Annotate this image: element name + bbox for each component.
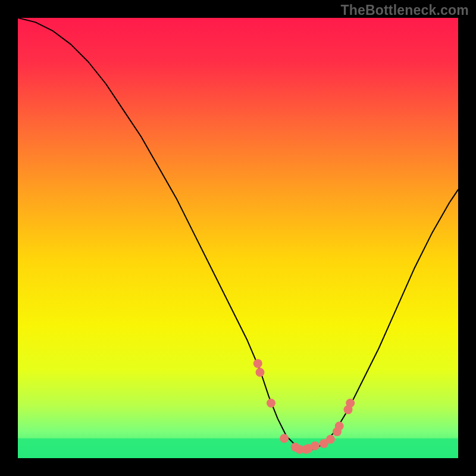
dot — [280, 434, 289, 443]
dot — [256, 368, 265, 377]
dot — [326, 435, 335, 444]
bottleneck-chart — [18, 18, 458, 458]
green-band — [18, 439, 458, 458]
plot-area — [18, 18, 458, 458]
dot — [253, 359, 262, 368]
watermark-text: TheBottleneck.com — [340, 2, 469, 18]
gradient-bg — [18, 18, 458, 458]
chart-frame: TheBottleneck.com — [0, 0, 476, 476]
dot — [335, 421, 344, 430]
dot — [267, 399, 275, 408]
dot — [346, 399, 355, 408]
dot — [311, 441, 320, 450]
